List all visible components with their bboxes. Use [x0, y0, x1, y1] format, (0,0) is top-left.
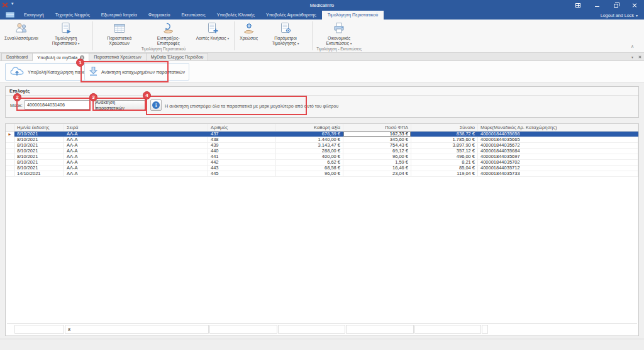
column-header-number[interactable]: Αριθμός: [208, 124, 276, 131]
grid-cell[interactable]: 838,72 €: [411, 132, 478, 137]
grid-cell[interactable]: 3.897,90 €: [411, 143, 478, 148]
grid-cell[interactable]: 439: [208, 143, 276, 148]
column-header-mark[interactable]: Μαρκ(Μοναδικός Αρ. Καταχώρησης): [478, 124, 638, 131]
table-row[interactable]: 8/10/2021ΑΛ-Α4381.440,00 €345,60 €1.785,…: [6, 137, 638, 143]
tab-dashboard[interactable]: Dashboard: [1, 53, 33, 60]
grid-cell[interactable]: 3.143,47 €: [276, 143, 343, 148]
grid-cell[interactable]: 676,39 €: [276, 132, 343, 137]
grid-cell[interactable]: 400001844035656: [478, 132, 638, 137]
grid-cell[interactable]: 119,04 €: [411, 171, 478, 176]
grid-cell[interactable]: 437: [208, 132, 276, 137]
grid-cell[interactable]: 357,12 €: [411, 149, 478, 154]
skin-selector-button[interactable]: [574, 1, 582, 9]
column-header-net-value[interactable]: Καθαρή αξία: [276, 124, 343, 131]
grid-cell[interactable]: ΑΛ-Α: [64, 160, 208, 165]
grid-cell[interactable]: 1.785,60 €: [411, 137, 478, 142]
grid-cell[interactable]: ΑΛ-Α: [64, 143, 208, 148]
minimize-button[interactable]: [592, 1, 601, 9]
retrieve-registered-documents-button[interactable]: Ανάκτηση καταχωρημένων παραστατικών: [84, 63, 189, 81]
collections-refunds-button[interactable]: Εισπράξεις-Επιστροφές: [144, 20, 193, 47]
grid-cell[interactable]: ΑΛ-Α: [64, 137, 208, 142]
column-header-issue-date[interactable]: Ημ/νία έκδοσης: [14, 124, 64, 131]
grid-cell[interactable]: ΑΛ-Α: [64, 132, 208, 137]
grid-cell[interactable]: 1,59 €: [343, 160, 411, 165]
grid-cell[interactable]: 85,04 €: [411, 166, 478, 171]
tab-parastatika-xreoseon[interactable]: Παραστατικά Χρεώσεων: [89, 53, 147, 60]
info-button[interactable]: i: [150, 99, 162, 111]
invoice-incident-button[interactable]: Τιμολόγηση Περιστατικού ▾: [42, 20, 91, 47]
column-header-vat-amount[interactable]: Ποσό ΦΠΑ: [343, 124, 411, 131]
grid-cell[interactable]: 400001844035702: [478, 160, 638, 165]
grid-cell[interactable]: ΑΛ-Α: [64, 154, 208, 159]
grid-cell[interactable]: 16,46 €: [343, 166, 411, 171]
grid-cell[interactable]: 496,00 €: [411, 154, 478, 159]
grid-cell[interactable]: 400001844035697: [478, 154, 638, 159]
grid-cell[interactable]: 8/10/2021: [14, 166, 64, 171]
ribbon-tab-texnitos-nefros[interactable]: Τεχνητός Νεφρός: [50, 11, 96, 20]
grid-cell[interactable]: 288,00 €: [276, 149, 343, 154]
ribbon-tab-ektyposeis[interactable]: Εκτυπώσεις: [175, 11, 211, 20]
financial-reports-button[interactable]: Οικονομικές Εκτυπώσεις ▾: [314, 20, 364, 47]
tab-list-dropdown-icon[interactable]: ▾: [631, 55, 633, 59]
grid-cell[interactable]: 96,00 €: [343, 154, 411, 159]
close-button[interactable]: [630, 1, 639, 9]
grid-cell[interactable]: 445: [208, 171, 276, 176]
grid-cell[interactable]: 14/10/2021: [14, 171, 64, 176]
tab-mydata-elegxos-periodou[interactable]: MyData Έλεγχος Περιόδου: [147, 53, 209, 60]
grid-cell[interactable]: 8,21 €: [411, 160, 478, 165]
grid-cell[interactable]: 400001844035733: [478, 171, 638, 176]
ribbon-tab-ypovoles-klinikis[interactable]: Υποβολές Κλινικής: [211, 11, 260, 20]
ribbon-tab-eisagogi[interactable]: Εισαγωγή: [18, 11, 50, 20]
grid-cell[interactable]: 96,00 €: [276, 171, 343, 176]
grid-cell[interactable]: 8/10/2021: [14, 149, 64, 154]
grid-cell[interactable]: 440: [208, 149, 276, 154]
grid-cell[interactable]: 6,62 €: [276, 160, 343, 165]
other-movements-button[interactable]: Λοιπές Κινήσεις ▾: [193, 20, 233, 47]
grid-cell[interactable]: 8/10/2021: [14, 154, 64, 159]
tab-strip-close-icon[interactable]: [638, 55, 641, 59]
column-header-series[interactable]: Σειρά: [64, 124, 208, 131]
grid-cell[interactable]: 345,60 €: [343, 137, 411, 142]
ribbon-tab-timologisi-peristatikou[interactable]: Τιμολόγηση Περιστατικού: [322, 11, 384, 20]
grid-cell[interactable]: 68,58 €: [276, 166, 343, 171]
grid-cell[interactable]: 23,04 €: [343, 171, 411, 176]
grid-cell[interactable]: 443: [208, 166, 276, 171]
grid-cell[interactable]: 400001844035665: [478, 137, 638, 142]
grid-cell[interactable]: 1.440,00 €: [276, 137, 343, 142]
grid-cell[interactable]: 754,43 €: [343, 143, 411, 148]
grid-cell[interactable]: 8/10/2021: [14, 137, 64, 142]
retrieve-documents-button[interactable]: Ανάκτηση παραστατικών: [95, 100, 145, 110]
table-row[interactable]: 8/10/2021ΑΛ-Α441400,00 €96,00 €496,00 €4…: [6, 154, 638, 160]
grid-cell[interactable]: 69,12 €: [343, 149, 411, 154]
grid-cell[interactable]: 400001844035672: [478, 143, 638, 148]
column-header-total[interactable]: Σύνολο: [411, 124, 478, 131]
grid-cell[interactable]: ΑΛ-Α: [64, 166, 208, 171]
charge-documents-button[interactable]: Παραστατικά Χρεώσεων: [95, 20, 144, 47]
contacts-button[interactable]: Συναλλασσόμενοι: [1, 20, 42, 47]
grid-cell[interactable]: 8/10/2021: [14, 160, 64, 165]
restore-button[interactable]: [611, 1, 620, 9]
grid-cell[interactable]: 441: [208, 154, 276, 159]
application-menu-button[interactable]: [6, 12, 14, 18]
grid-cell[interactable]: 8/10/2021: [14, 132, 64, 137]
grid-cell[interactable]: 400001844035684: [478, 149, 638, 154]
billing-parameters-button[interactable]: Παράμετροι Τιμολόγησης ▾: [261, 20, 310, 47]
table-row[interactable]: 8/10/2021ΑΛ-Α44368,58 €16,46 €85,04 €400…: [6, 166, 638, 171]
table-row[interactable]: 14/10/2021ΑΛ-Α44596,00 €23,04 €119,04 €4…: [6, 171, 638, 177]
grid-cell[interactable]: 400,00 €: [276, 154, 343, 159]
grid-cell[interactable]: 8/10/2021: [14, 143, 64, 148]
grid-cell[interactable]: ΑΛ-Α: [64, 171, 208, 176]
grid-cell[interactable]: 400001844035712: [478, 166, 638, 171]
table-row[interactable]: ▶8/10/2021ΑΛ-Α437676,39 €162,33 €838,72 …: [6, 132, 638, 137]
ribbon-tab-ypovoles-aimokatharsis[interactable]: Υποβολές Αιμοκάθαρσης: [260, 11, 322, 20]
ribbon-tab-exoterika-iatreia[interactable]: Εξωτερικά Ιατρεία: [96, 11, 143, 20]
grid-cell[interactable]: 442: [208, 160, 276, 165]
ribbon-collapse-icon[interactable]: ∧: [631, 44, 634, 49]
grid-cell[interactable]: 438: [208, 137, 276, 142]
grid-cell[interactable]: 162,33 €: [343, 132, 411, 137]
ribbon-tab-farmakeio[interactable]: Φαρμακείο: [143, 11, 176, 20]
table-row[interactable]: 8/10/2021ΑΛ-Α440288,00 €69,12 €357,12 €4…: [6, 149, 638, 154]
table-row[interactable]: 8/10/2021ΑΛ-Α4393.143,47 €754,43 €3.897,…: [6, 143, 638, 149]
table-row[interactable]: 8/10/2021ΑΛ-Α4426,62 €1,59 €8,21 €400001…: [6, 160, 638, 166]
mark-input[interactable]: [25, 100, 90, 110]
